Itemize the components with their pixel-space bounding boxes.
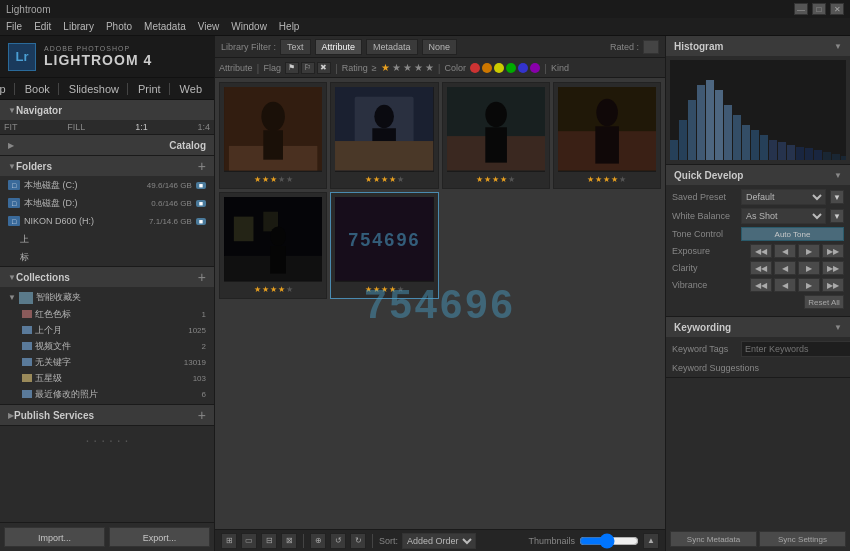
vibrance-minus2[interactable]: ◀◀ bbox=[750, 278, 772, 292]
exposure-plus1[interactable]: ▶ bbox=[798, 244, 820, 258]
vibrance-plus1[interactable]: ▶ bbox=[798, 278, 820, 292]
flag-icon3[interactable]: ✖ bbox=[317, 62, 331, 74]
zoom-fill[interactable]: FILL bbox=[67, 122, 85, 132]
nav-map[interactable]: Map bbox=[0, 83, 15, 95]
qd-reset-btn[interactable]: Reset All bbox=[804, 295, 844, 309]
collections-header[interactable]: ▼ Collections + bbox=[0, 267, 214, 287]
menu-library[interactable]: Library bbox=[63, 21, 94, 32]
survey-view-btn[interactable]: ⊠ bbox=[281, 533, 297, 549]
sort-select[interactable]: Added Order bbox=[402, 533, 476, 549]
photo-cell-5[interactable]: ★ ★ ★ ★ ★ bbox=[219, 192, 327, 299]
close-button[interactable]: ✕ bbox=[830, 3, 844, 15]
menu-file[interactable]: File bbox=[6, 21, 22, 32]
nav-web[interactable]: Web bbox=[172, 83, 210, 95]
histogram-header[interactable]: Histogram ▼ bbox=[666, 36, 850, 56]
exposure-minus1[interactable]: ◀ bbox=[774, 244, 796, 258]
spray-btn[interactable]: ⊕ bbox=[310, 533, 326, 549]
collection-item-recent[interactable]: 最近修改的照片 6 bbox=[0, 386, 214, 402]
clarity-plus2[interactable]: ▶▶ bbox=[822, 261, 844, 275]
nav-print[interactable]: Print bbox=[130, 83, 170, 95]
flag-icon2[interactable]: ⚐ bbox=[301, 62, 315, 74]
menu-metadata[interactable]: Metadata bbox=[144, 21, 186, 32]
vibrance-minus1[interactable]: ◀ bbox=[774, 278, 796, 292]
folder-item-d[interactable]: □ 本地磁盘 (D:) 0.6/146 GB ■ bbox=[0, 194, 214, 212]
color-blue[interactable] bbox=[518, 63, 528, 73]
star-3[interactable]: ★ bbox=[403, 62, 412, 73]
photo-cell-3[interactable]: ★ ★ ★ ★ ★ bbox=[442, 82, 550, 189]
clarity-minus2[interactable]: ◀◀ bbox=[750, 261, 772, 275]
nav-book[interactable]: Book bbox=[17, 83, 59, 95]
menu-help[interactable]: Help bbox=[279, 21, 300, 32]
navigator-header[interactable]: ▼ Navigator bbox=[0, 100, 214, 120]
qd-saved-preset-select[interactable]: Default bbox=[741, 189, 826, 205]
photo-cell-6[interactable]: 754696 ★ ★ ★ ★ ★ bbox=[330, 192, 438, 299]
zoom-1-1[interactable]: 1:1 bbox=[135, 122, 148, 132]
folder-item-sub1[interactable]: 上 bbox=[0, 230, 214, 248]
rated-dropdown[interactable] bbox=[643, 40, 659, 54]
photo-cell-2[interactable]: ★ ★ ★ ★ ★ bbox=[330, 82, 438, 189]
nav-slideshow[interactable]: Slideshow bbox=[61, 83, 128, 95]
collection-item-5star[interactable]: 五星级 103 bbox=[0, 370, 214, 386]
zoom-1-4[interactable]: 1:4 bbox=[197, 122, 210, 132]
color-purple[interactable] bbox=[530, 63, 540, 73]
qd-wb-select[interactable]: As Shot bbox=[741, 208, 826, 224]
zoom-fit[interactable]: FIT bbox=[4, 122, 18, 132]
menu-edit[interactable]: Edit bbox=[34, 21, 51, 32]
folders-header[interactable]: ▼ Folders + bbox=[0, 156, 214, 176]
filter-attribute-btn[interactable]: Attribute bbox=[315, 39, 363, 55]
toolbar-expand-btn[interactable]: ▲ bbox=[643, 533, 659, 549]
star-4[interactable]: ★ bbox=[414, 62, 423, 73]
vibrance-plus2[interactable]: ▶▶ bbox=[822, 278, 844, 292]
sync-metadata-btn[interactable]: Sync Metadata bbox=[670, 531, 757, 547]
menu-photo[interactable]: Photo bbox=[106, 21, 132, 32]
star-5[interactable]: ★ bbox=[425, 62, 434, 73]
qd-wb-arrow[interactable]: ▼ bbox=[830, 209, 844, 223]
color-green[interactable] bbox=[506, 63, 516, 73]
kw-input[interactable] bbox=[741, 341, 850, 357]
color-yellow[interactable] bbox=[494, 63, 504, 73]
import-button[interactable]: Import... bbox=[4, 527, 105, 547]
sync-settings-btn[interactable]: Sync Settings bbox=[759, 531, 846, 547]
collection-item-red[interactable]: 红色色标 1 bbox=[0, 306, 214, 322]
menu-window[interactable]: Window bbox=[231, 21, 267, 32]
maximize-button[interactable]: □ bbox=[812, 3, 826, 15]
thumbnail-size-slider[interactable] bbox=[579, 535, 639, 547]
filter-metadata-btn[interactable]: Metadata bbox=[366, 39, 418, 55]
star-2[interactable]: ★ bbox=[392, 62, 401, 73]
folders-add-button[interactable]: + bbox=[198, 159, 206, 173]
rotate2-btn[interactable]: ↻ bbox=[350, 533, 366, 549]
publish-add-button[interactable]: + bbox=[198, 408, 206, 422]
collection-group-header[interactable]: ▼ 智能收藏夹 bbox=[0, 289, 214, 306]
collection-item-nkw[interactable]: 无关键字 13019 bbox=[0, 354, 214, 370]
kw-header[interactable]: Keywording ▼ bbox=[666, 317, 850, 337]
qd-header[interactable]: Quick Develop ▼ bbox=[666, 165, 850, 185]
export-button[interactable]: Export... bbox=[109, 527, 210, 547]
menu-view[interactable]: View bbox=[198, 21, 220, 32]
rotate-btn[interactable]: ↺ bbox=[330, 533, 346, 549]
color-orange[interactable] bbox=[482, 63, 492, 73]
star-1[interactable]: ★ bbox=[381, 62, 390, 73]
filter-none-btn[interactable]: None bbox=[422, 39, 458, 55]
qd-preset-arrow[interactable]: ▼ bbox=[830, 190, 844, 204]
color-red[interactable] bbox=[470, 63, 480, 73]
loupe-view-btn[interactable]: ▭ bbox=[241, 533, 257, 549]
collection-item-month[interactable]: 上个月 1025 bbox=[0, 322, 214, 338]
exposure-minus2[interactable]: ◀◀ bbox=[750, 244, 772, 258]
folder-item-sub2[interactable]: 标 bbox=[0, 248, 214, 266]
photo-cell-4[interactable]: ★ ★ ★ ★ ★ bbox=[553, 82, 661, 189]
qd-auto-btn[interactable]: Auto Tone bbox=[741, 227, 844, 241]
collections-add-button[interactable]: + bbox=[198, 270, 206, 284]
clarity-minus1[interactable]: ◀ bbox=[774, 261, 796, 275]
photo-cell-1[interactable]: ★ ★ ★ ★ ★ bbox=[219, 82, 327, 189]
publish-header[interactable]: ▶ Publish Services + bbox=[0, 405, 214, 425]
minimize-button[interactable]: — bbox=[794, 3, 808, 15]
collection-item-video[interactable]: 视频文件 2 bbox=[0, 338, 214, 354]
catalog-header[interactable]: ▶ Catalog bbox=[0, 135, 214, 155]
flag-icon1[interactable]: ⚑ bbox=[285, 62, 299, 74]
folder-item-c[interactable]: □ 本地磁盘 (C:) 49.6/146 GB ■ bbox=[0, 176, 214, 194]
filter-text-btn[interactable]: Text bbox=[280, 39, 311, 55]
exposure-plus2[interactable]: ▶▶ bbox=[822, 244, 844, 258]
grid-view-btn[interactable]: ⊞ bbox=[221, 533, 237, 549]
folder-item-h[interactable]: □ NIKON D600 (H:) 7.1/14.6 GB ■ bbox=[0, 212, 214, 230]
clarity-plus1[interactable]: ▶ bbox=[798, 261, 820, 275]
